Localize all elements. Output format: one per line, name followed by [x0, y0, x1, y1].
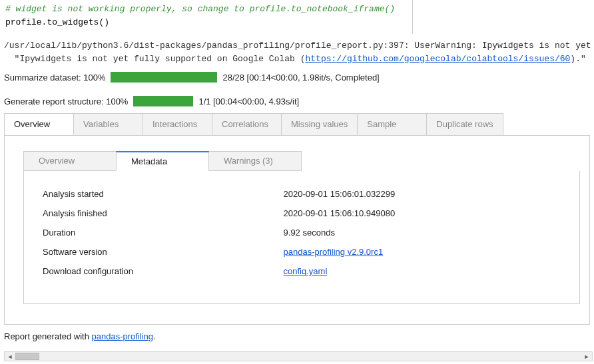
report-footer: Report generated with pandas-profiling.: [0, 325, 594, 345]
tab-missing-values[interactable]: Missing values: [281, 113, 358, 135]
subtab-metadata[interactable]: Metadata: [116, 151, 209, 171]
table-row: Duration 9.92 seconds: [40, 223, 563, 242]
table-row: Software version pandas-profiling v2.9.0…: [40, 242, 563, 262]
sub-tabs: Overview Metadata Warnings (3): [23, 151, 580, 171]
footer-suffix: .: [153, 331, 156, 341]
tab-interactions[interactable]: Interactions: [143, 113, 212, 135]
meta-key: Analysis started: [40, 184, 281, 204]
progress-bar: [133, 96, 193, 106]
code-line: profile.to_widgets(): [5, 17, 109, 27]
progress-label: Generate report structure: 100%: [4, 96, 128, 106]
metadata-table: Analysis started 2020-09-01 15:06:01.032…: [40, 184, 563, 281]
warning-msg-1: "Ipywidgets is not yet fully supported o…: [4, 54, 305, 64]
meta-val: 9.92 seconds: [281, 223, 563, 242]
subtab-overview[interactable]: Overview: [23, 151, 117, 171]
tab-duplicate-rows[interactable]: Duplicate rows: [426, 113, 503, 135]
progress-info: 28/28 [00:14<00:00, 1.98it/s, Completed]: [222, 73, 379, 83]
main-tabs: Overview Variables Interactions Correlat…: [4, 113, 590, 136]
table-row: Download configuration config.yaml: [40, 262, 563, 281]
pandas-profiling-link[interactable]: pandas-profiling: [92, 331, 154, 341]
meta-key: Software version: [40, 242, 281, 262]
metadata-panel: Analysis started 2020-09-01 15:06:01.032…: [23, 171, 580, 304]
tab-overview[interactable]: Overview: [4, 113, 74, 135]
progress-summarize: Summarize dataset: 100% 28/28 [00:14<00:…: [0, 68, 594, 87]
horizontal-scrollbar[interactable]: ◄ ►: [4, 351, 593, 361]
scroll-right-arrow-icon[interactable]: ►: [581, 352, 592, 361]
warning-path: /usr/local/lib/python3.6/dist-packages/p…: [4, 41, 594, 51]
scroll-left-arrow-icon[interactable]: ◄: [5, 352, 15, 361]
code-comment: # widget is not working properly, so cha…: [5, 4, 395, 14]
tab-sample[interactable]: Sample: [357, 113, 427, 135]
progress-generate: Generate report structure: 100% 1/1 [00:…: [0, 92, 594, 110]
meta-key: Analysis finished: [40, 204, 281, 223]
meta-key: Download configuration: [40, 262, 281, 281]
code-cell: # widget is not working properly, so cha…: [0, 0, 413, 34]
warning-link[interactable]: https://github.com/googlecolab/colabtool…: [305, 54, 570, 64]
meta-val: 2020-09-01 15:06:01.032299: [281, 184, 563, 204]
meta-key: Duration: [40, 223, 281, 242]
report: Overview Variables Interactions Correlat…: [4, 113, 590, 325]
subtab-warnings[interactable]: Warnings (3): [208, 151, 302, 171]
meta-val: 2020-09-01 15:06:10.949080: [281, 204, 563, 223]
table-row: Analysis finished 2020-09-01 15:06:10.94…: [40, 204, 563, 223]
report-body: Overview Metadata Warnings (3) Analysis …: [4, 135, 590, 325]
table-row: Analysis started 2020-09-01 15:06:01.032…: [40, 184, 563, 204]
progress-bar: [111, 72, 217, 83]
tab-correlations[interactable]: Correlations: [212, 113, 282, 135]
warning-output: /usr/local/lib/python3.6/dist-packages/p…: [0, 34, 594, 68]
warning-msg-2: ).": [570, 54, 585, 64]
progress-info: 1/1 [00:04<00:00, 4.93s/it]: [198, 96, 299, 106]
progress-label: Summarize dataset: 100%: [4, 73, 105, 83]
tab-variables[interactable]: Variables: [73, 113, 143, 135]
software-version-link[interactable]: pandas-profiling v2.9.0rc1: [284, 247, 384, 257]
footer-prefix: Report generated with: [4, 331, 92, 341]
scrollbar-thumb[interactable]: [15, 353, 39, 360]
config-download-link[interactable]: config.yaml: [284, 266, 328, 276]
